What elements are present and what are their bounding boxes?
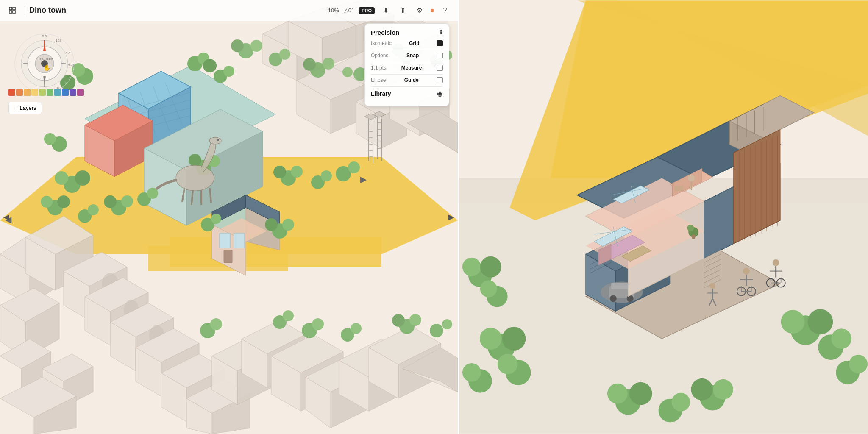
svg-point-125 (41, 196, 53, 208)
svg-point-189 (430, 324, 443, 337)
svg-point-326 (849, 355, 868, 373)
settings-button[interactable]: ⚙ (414, 5, 426, 17)
svg-point-185 (351, 323, 362, 334)
pts-label: 1:1 pts (371, 65, 386, 71)
svg-point-269 (687, 225, 694, 231)
grid-icon[interactable] (7, 5, 19, 17)
svg-text:6.6: 6.6 (65, 51, 70, 55)
grid-checkbox[interactable] (437, 40, 443, 46)
svg-point-179 (210, 318, 222, 330)
download-button[interactable]: ⬇ (380, 5, 392, 17)
upload-button[interactable]: ⬆ (397, 5, 409, 17)
divider-1 (24, 6, 24, 15)
svg-point-345 (713, 379, 733, 400)
svg-point-188 (392, 314, 405, 327)
divider-iso (371, 50, 443, 50)
svg-point-183 (312, 318, 324, 330)
color-palette[interactable] (8, 89, 84, 96)
svg-point-190 (442, 319, 452, 329)
zoom-label[interactable]: 10% (328, 7, 339, 14)
svg-point-133 (147, 188, 158, 199)
svg-point-117 (176, 165, 214, 191)
svg-text:4.18: 4.18 (68, 63, 75, 67)
svg-point-328 (480, 328, 502, 350)
svg-point-110 (44, 133, 56, 145)
svg-point-181 (283, 310, 294, 321)
svg-point-136 (273, 166, 286, 178)
options-label: Options (371, 53, 388, 58)
svg-point-112 (55, 171, 68, 185)
color-swatch[interactable] (39, 89, 46, 96)
layers-icon: ≡ (14, 105, 17, 111)
svg-point-37 (323, 58, 334, 70)
svg-point-140 (348, 161, 360, 173)
svg-text:2.17: 2.17 (64, 75, 71, 79)
svg-point-307 (773, 259, 779, 266)
svg-text:108: 108 (56, 39, 61, 42)
svg-rect-197 (224, 250, 232, 263)
color-swatch[interactable] (16, 89, 23, 96)
color-swatch[interactable] (70, 89, 76, 96)
svg-point-38 (303, 58, 316, 71)
library-row[interactable]: Library ◉ (371, 89, 443, 97)
color-swatch[interactable] (24, 89, 31, 96)
svg-point-187 (409, 314, 421, 326)
nav-left-arrow[interactable]: ◀ (3, 212, 9, 222)
guide-checkbox[interactable] (437, 77, 443, 83)
svg-point-126 (57, 195, 70, 208)
layers-label: Layers (20, 105, 36, 111)
color-swatch[interactable] (47, 89, 53, 96)
svg-point-201 (211, 214, 221, 224)
color-swatch[interactable] (62, 89, 69, 96)
svg-point-128 (88, 204, 99, 215)
svg-point-343 (671, 393, 690, 412)
svg-point-119 (217, 139, 219, 141)
color-swatch[interactable] (54, 89, 61, 96)
svg-text:✋: ✋ (43, 64, 51, 72)
svg-point-118 (209, 137, 221, 144)
left-panel: ◀ ▶ Dino town 10% △0° PRO ⬇ ⬆ ⚙ ? (0, 0, 458, 434)
angle-label[interactable]: △0° (344, 7, 353, 14)
status-dot (431, 9, 434, 12)
nav-right-arrow[interactable]: ▶ (448, 212, 454, 222)
svg-point-40 (342, 67, 353, 77)
svg-rect-260 (674, 186, 683, 191)
svg-point-329 (502, 327, 526, 351)
svg-point-131 (104, 195, 117, 208)
snap-row: Options Snap (371, 53, 443, 58)
svg-point-138 (321, 170, 332, 181)
measure-checkbox[interactable] (437, 65, 443, 71)
svg-point-203 (282, 219, 294, 231)
top-bar: Dino town 10% △0° PRO ⬇ ⬆ ⚙ ? (0, 0, 458, 21)
svg-rect-209 (9, 11, 12, 13)
svg-point-33 (231, 39, 244, 52)
divider-snap (371, 62, 443, 62)
svg-point-204 (265, 218, 278, 231)
svg-rect-210 (13, 11, 15, 13)
color-swatch[interactable] (31, 89, 38, 96)
library-icon[interactable]: ◉ (437, 89, 443, 97)
svg-point-333 (462, 363, 481, 382)
help-button[interactable]: ? (439, 5, 451, 17)
svg-text:▶: ▶ (360, 175, 367, 184)
svg-point-338 (480, 281, 497, 298)
svg-text:0%: 0% (39, 58, 43, 61)
svg-point-130 (121, 195, 133, 207)
layers-button[interactable]: ≡ Layers (8, 102, 42, 114)
precision-grid-icon[interactable]: ⠿ (439, 29, 443, 36)
snap-checkbox[interactable] (437, 53, 443, 58)
svg-point-108 (223, 66, 234, 77)
svg-point-299 (743, 268, 750, 275)
svg-point-258 (688, 175, 695, 181)
precision-panel: Precision ⠿ Isometric Grid Options Snap … (364, 23, 449, 106)
svg-rect-270 (692, 235, 695, 239)
svg-point-340 (607, 384, 628, 404)
svg-point-335 (462, 258, 481, 276)
measure-value: Measure (401, 65, 422, 71)
color-swatch[interactable] (8, 89, 15, 96)
svg-point-35 (279, 49, 290, 60)
pro-badge[interactable]: PRO (359, 7, 375, 14)
svg-rect-196 (234, 233, 245, 248)
color-swatch[interactable] (77, 89, 84, 96)
grid-value: Grid (409, 40, 420, 46)
